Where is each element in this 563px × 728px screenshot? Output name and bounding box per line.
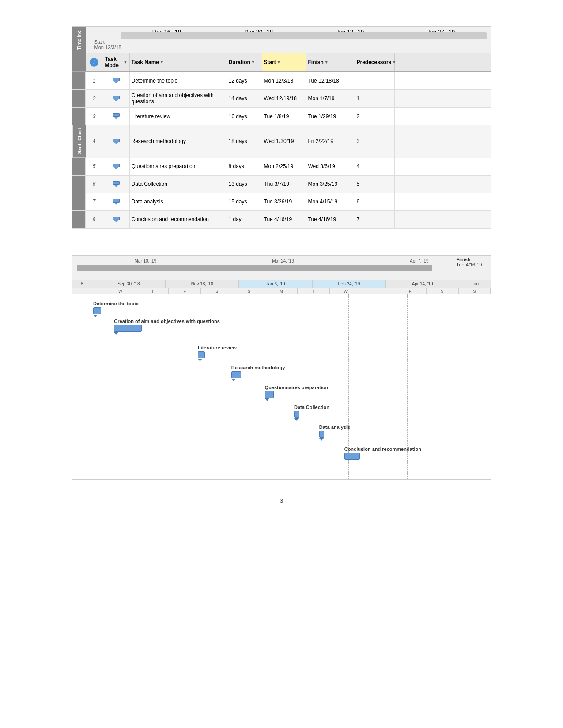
- timeline-label: Timeline: [72, 27, 86, 53]
- table-row: 1 Determine the topic12 daysMon 12/3/18T…: [72, 72, 491, 90]
- row-start: Thu 3/7/19: [262, 176, 306, 193]
- name-sort-arrow[interactable]: ▼: [160, 60, 164, 64]
- table-row: 6 Data Collection13 daysThu 3/7/19Mon 3/…: [72, 176, 491, 193]
- month-header-6: Jun: [459, 280, 491, 288]
- task-icon-arrow: [114, 142, 118, 144]
- chart-top-dates: Mar 10, '19 Mar 24, '19 Apr 7, '19: [72, 258, 491, 264]
- chart-date-3: Apr 7, '19: [410, 259, 429, 263]
- start-sort-arrow[interactable]: ▼: [277, 60, 281, 64]
- chart-task-arrow: [265, 398, 269, 401]
- month-header-2: Nov 18, '18: [166, 280, 239, 288]
- chart-visual: Determine the topicCreation of aim and o…: [72, 294, 491, 480]
- chart-task-arrow: [114, 332, 118, 335]
- day-header-cell: S: [201, 288, 233, 294]
- row-mode: [103, 108, 130, 125]
- row-duration: 16 days: [227, 108, 262, 125]
- chart-task-label: Determine the topic: [93, 301, 139, 306]
- chart-task-bar: [198, 351, 205, 358]
- day-header-cell: W: [104, 288, 136, 294]
- row-mode: [103, 158, 130, 175]
- timeline-header: Timeline Dec 16, '18 Dec 30, '18 Jan 13,…: [72, 27, 491, 53]
- row-start: Wed 1/30/19: [262, 125, 306, 158]
- header-start: Start ▼: [262, 53, 306, 71]
- row-pred: 4: [355, 158, 395, 175]
- mode-sort-arrow[interactable]: ▼: [124, 60, 128, 64]
- day-header-cell: S: [459, 288, 491, 294]
- day-header-row: TWTFSSMTWTFSS: [72, 288, 491, 294]
- row-num: 5: [86, 158, 103, 175]
- month-header-1: Sep 30, '18: [92, 280, 166, 288]
- row-sidebar: [72, 108, 86, 125]
- day-header-cell: M: [265, 288, 298, 294]
- task-mode-icon: [113, 199, 120, 205]
- row-sidebar: [72, 211, 86, 228]
- row-sidebar: [72, 176, 86, 193]
- task-icon-box: [113, 113, 120, 117]
- row-task-name: Questionnaires preparation: [130, 158, 227, 175]
- row-sidebar: [72, 193, 86, 210]
- day-header-cell: S: [427, 288, 459, 294]
- finish-sort-arrow[interactable]: ▼: [325, 60, 329, 64]
- task-icon-box: [113, 96, 120, 99]
- task-icon-box: [113, 217, 120, 220]
- pred-sort-arrow[interactable]: ▼: [392, 60, 396, 64]
- row-pred: 1: [355, 90, 395, 107]
- row-finish: Mon 3/25/19: [306, 176, 355, 193]
- gantt-table: Timeline Dec 16, '18 Dec 30, '18 Jan 13,…: [72, 26, 491, 229]
- vline-1: [106, 294, 106, 479]
- task-mode-icon: [113, 181, 120, 187]
- row-start: Tue 3/26/19: [262, 193, 306, 210]
- header-duration: Duration ▼: [227, 53, 262, 71]
- row-start: Mon 2/25/19: [262, 158, 306, 175]
- timeline-bar: [121, 32, 487, 39]
- row-num: 8: [86, 211, 103, 228]
- table-row: 3 Literature review16 daysTue 1/8/19Tue …: [72, 108, 491, 125]
- duration-sort-arrow[interactable]: ▼: [251, 60, 255, 64]
- row-duration: 14 days: [227, 90, 262, 107]
- task-icon-box: [113, 181, 120, 185]
- header-predecessors: Predecessors ▼: [355, 53, 395, 71]
- row-mode: [103, 72, 130, 89]
- header-finish: Finish ▼: [306, 53, 355, 71]
- day-header-cell: T: [136, 288, 169, 294]
- task-icon-arrow: [114, 81, 118, 83]
- task-mode-icon: [113, 217, 120, 222]
- row-num: 7: [86, 193, 103, 210]
- chart-task-arrow: [198, 359, 202, 361]
- row-duration: 15 days: [227, 193, 262, 210]
- finish-date: Tue 4/16/19: [456, 262, 482, 267]
- row-duration: 12 days: [227, 72, 262, 89]
- row-finish: Fri 2/22/19: [306, 125, 355, 158]
- chart-task-label: Data analysis: [319, 424, 350, 430]
- row-num: 6: [86, 176, 103, 193]
- chart-date-2: Mar 24, '19: [272, 259, 294, 263]
- chart-top-bar: [77, 265, 433, 271]
- row-start: Tue 1/8/19: [262, 108, 306, 125]
- row-task-name: Literature review: [130, 108, 227, 125]
- row-mode: [103, 125, 130, 158]
- task-mode-icon: [113, 113, 120, 119]
- row-task-name: Determine the topic: [130, 72, 227, 89]
- task-icon-arrow: [114, 167, 118, 169]
- row-start: Wed 12/19/18: [262, 90, 306, 107]
- row-task-name: Data analysis: [130, 193, 227, 210]
- chart-task: Creation of aim and objectives with ques…: [114, 319, 220, 335]
- month-header-4: Feb 24, '19: [313, 280, 386, 288]
- row-mode: [103, 193, 130, 210]
- chart-task-bar: [265, 391, 274, 398]
- timeline-content: Dec 16, '18 Dec 30, '18 Jan 13, '19 Jan …: [86, 27, 491, 53]
- chart-task-label: Questionnaires preparation: [265, 385, 329, 390]
- row-start: Mon 12/3/18: [262, 72, 306, 89]
- month-header-0: 8: [72, 280, 92, 288]
- row-start: Tue 4/16/19: [262, 211, 306, 228]
- task-mode-icon: [113, 96, 120, 101]
- header-task-name: Task Name ▼: [130, 53, 227, 71]
- task-icon-box: [113, 199, 120, 203]
- chart-task-bar: [319, 431, 324, 438]
- table-row: 5 Questionnaires preparation8 daysMon 2/…: [72, 158, 491, 176]
- chart-task-label: Data Collection: [294, 405, 329, 410]
- task-mode-icon: [113, 139, 120, 144]
- chart-task: Data analysis: [319, 424, 350, 441]
- chart-top-timeline: Mar 10, '19 Mar 24, '19 Apr 7, '19 Finis…: [72, 255, 491, 280]
- gantt-chart-section: Mar 10, '19 Mar 24, '19 Apr 7, '19 Finis…: [72, 255, 491, 480]
